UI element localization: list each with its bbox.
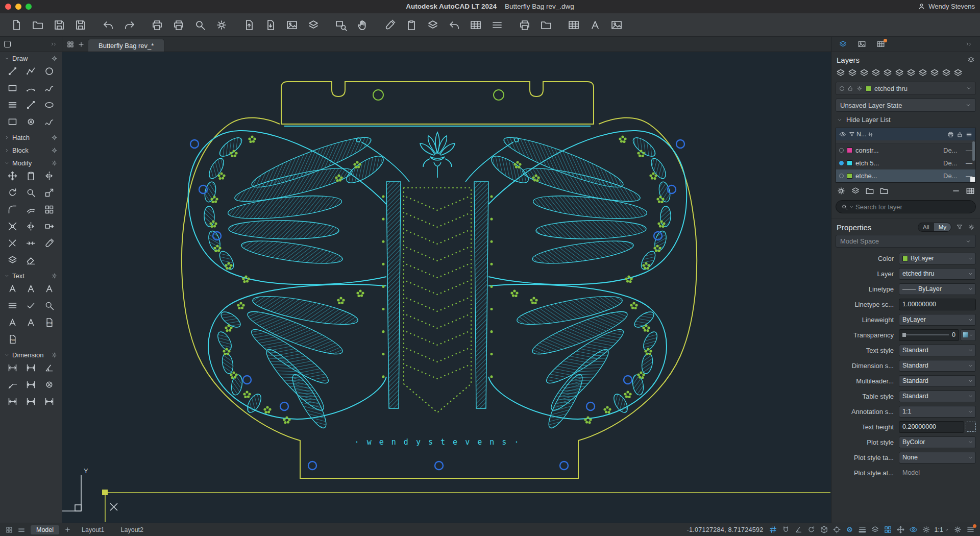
circle-icon[interactable] xyxy=(44,66,55,77)
set-to-bylayer-icon[interactable] xyxy=(7,255,18,265)
ortho-mode-icon[interactable] xyxy=(794,525,803,534)
diameter-dimension-icon[interactable] xyxy=(26,379,36,390)
object-snap-tracking-icon[interactable] xyxy=(832,525,841,534)
transparency-display-icon[interactable] xyxy=(871,525,879,534)
undo-icon[interactable] xyxy=(102,19,114,31)
redo-icon[interactable] xyxy=(124,19,136,31)
tab-overview-icon[interactable] xyxy=(66,40,75,48)
property-dropdown[interactable]: ByLayer xyxy=(899,283,976,295)
properties-filter-my[interactable]: My xyxy=(934,223,951,231)
baseline-dimension-icon[interactable] xyxy=(7,396,18,407)
plot-icon[interactable] xyxy=(173,19,185,31)
palette-overflow-icon[interactable] xyxy=(50,41,58,47)
property-dropdown[interactable]: Standard xyxy=(899,391,976,402)
drawing-tab[interactable]: Butterfly Bag rev_* xyxy=(88,39,164,52)
signature-text[interactable]: · w e n d y s t e v e n s · xyxy=(355,437,521,447)
layer-color-swatch[interactable] xyxy=(847,148,852,153)
new-layer-group-icon[interactable] xyxy=(865,186,874,196)
property-dropdown[interactable]: ByLayer xyxy=(899,314,976,326)
image-attach-icon[interactable] xyxy=(610,19,623,31)
property-input[interactable]: 1.00000000 xyxy=(899,299,976,310)
unlock-layer-icon[interactable] xyxy=(883,68,893,78)
previous-layer-icon[interactable] xyxy=(953,68,963,78)
layer-columns-icon[interactable] xyxy=(966,186,975,196)
offset-icon[interactable] xyxy=(26,204,36,215)
lock-column-icon[interactable] xyxy=(957,131,963,138)
property-dropdown[interactable]: ByColor xyxy=(899,436,976,448)
visibility-column-icon[interactable] xyxy=(839,131,846,138)
gear-icon[interactable] xyxy=(51,352,58,358)
palette-section-modify[interactable]: Modify xyxy=(0,157,62,169)
search-input[interactable] xyxy=(855,203,970,211)
sort-icon[interactable] xyxy=(868,132,873,137)
layer-off-icon[interactable] xyxy=(918,68,928,78)
current-layer-bar[interactable]: etched thru xyxy=(836,82,976,95)
zoom-window-icon[interactable] xyxy=(335,19,347,31)
layer-manager-icon[interactable] xyxy=(491,19,503,31)
line-icon[interactable] xyxy=(7,66,18,77)
reference-tab-icon[interactable] xyxy=(857,40,866,48)
isolate-layer-icon[interactable] xyxy=(894,68,904,78)
tool-palettes-tab-icon[interactable] xyxy=(876,40,885,48)
lotus-flower[interactable] xyxy=(420,132,455,178)
snap-mode-icon[interactable] xyxy=(781,525,790,534)
property-dropdown[interactable]: Standard xyxy=(899,375,976,387)
turn-all-layers-on-icon[interactable] xyxy=(836,68,846,78)
mirror-icon[interactable] xyxy=(44,170,55,181)
pan-icon[interactable] xyxy=(356,19,369,31)
radius-dimension-icon[interactable] xyxy=(7,379,18,390)
batch-plot-icon[interactable] xyxy=(519,19,531,31)
match-properties-icon[interactable] xyxy=(384,19,396,31)
match-layer-icon[interactable] xyxy=(941,68,951,78)
export-icon[interactable] xyxy=(243,19,255,31)
layer-visibility-icon[interactable] xyxy=(839,174,844,178)
layers-tab-icon[interactable] xyxy=(839,40,847,48)
gear-icon[interactable] xyxy=(51,273,58,279)
attach-reference-icon[interactable] xyxy=(286,19,298,31)
sheet-set-manager-icon[interactable] xyxy=(540,19,552,31)
transparency-options-button[interactable] xyxy=(961,329,976,341)
page-setup-icon[interactable] xyxy=(215,19,228,31)
ellipse-icon[interactable] xyxy=(44,100,55,110)
object-snap-icon[interactable] xyxy=(845,525,854,534)
layer-previous-icon[interactable] xyxy=(448,19,460,31)
layer-color-swatch[interactable] xyxy=(847,160,852,166)
stretch-icon[interactable] xyxy=(44,221,55,232)
explode-icon[interactable] xyxy=(7,221,18,232)
scale-text-icon[interactable] xyxy=(26,317,36,328)
construction-line-icon[interactable] xyxy=(26,100,36,110)
hide-layer-list-toggle[interactable]: Hide Layer List xyxy=(831,112,980,128)
freehand-icon[interactable] xyxy=(44,116,55,127)
import-icon[interactable] xyxy=(264,19,277,31)
find-text-icon[interactable] xyxy=(44,300,55,311)
thaw-all-layers-icon[interactable] xyxy=(847,68,857,78)
layer-row[interactable]: etche...De...— xyxy=(836,169,975,182)
justify-text-icon[interactable] xyxy=(7,300,18,311)
palette-section-block[interactable]: Block xyxy=(0,144,62,157)
selection-cycling-icon[interactable] xyxy=(884,525,892,534)
transparency-slider[interactable]: 0 xyxy=(899,329,959,341)
trim-icon[interactable] xyxy=(7,238,18,249)
rectangle-icon[interactable] xyxy=(7,83,18,93)
layout2-tab[interactable]: Layout2 xyxy=(115,525,149,534)
layout1-tab[interactable]: Layout1 xyxy=(76,525,110,534)
layer-states-manager-icon[interactable] xyxy=(879,186,889,196)
body-bar-left[interactable] xyxy=(386,182,401,408)
layer-visibility-icon[interactable] xyxy=(839,161,844,165)
annotation-scale[interactable]: 1:1 xyxy=(935,526,949,533)
mirror-3d-icon[interactable] xyxy=(26,221,36,232)
layer-row[interactable]: constr...De...— xyxy=(836,144,975,157)
annotation-autoscale-icon[interactable] xyxy=(922,525,930,534)
region-icon[interactable] xyxy=(7,116,18,127)
clean-icon[interactable] xyxy=(26,255,36,265)
select-similar-icon[interactable] xyxy=(26,187,36,198)
move-icon[interactable] xyxy=(7,170,18,181)
angular-dimension-icon[interactable] xyxy=(44,362,55,373)
copy-icon[interactable] xyxy=(26,170,36,181)
minimize-window-button[interactable] xyxy=(15,4,21,10)
arc-icon[interactable] xyxy=(26,83,36,93)
layer-color-swatch[interactable] xyxy=(847,173,852,179)
new-layer-icon[interactable] xyxy=(851,186,860,196)
unisolate-layer-icon[interactable] xyxy=(906,68,916,78)
property-dropdown[interactable]: ByLayer xyxy=(899,253,976,264)
